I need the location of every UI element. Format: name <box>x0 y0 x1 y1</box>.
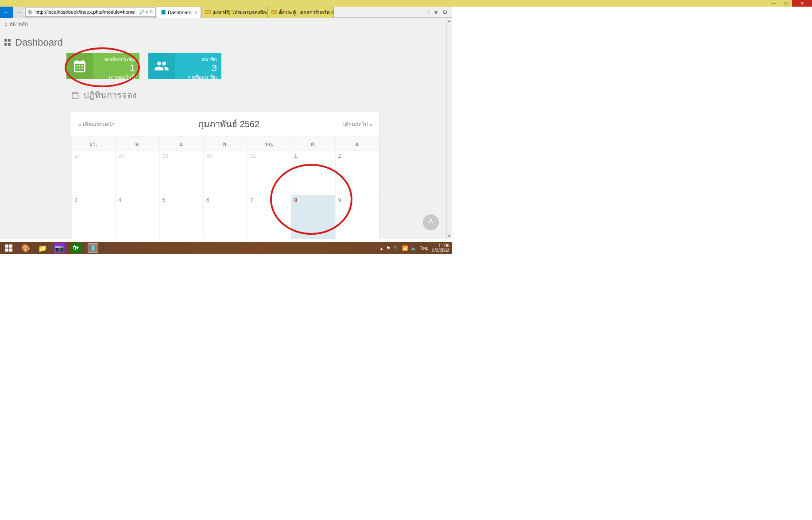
calendar-day-cell[interactable]: 3 <box>72 195 116 240</box>
calendar-day-cell[interactable]: 1 <box>291 151 335 195</box>
taskbar-camera[interactable]: 📷 <box>54 243 65 253</box>
taskbar-file-explorer[interactable]: 📁 <box>37 243 48 253</box>
tools-icon[interactable]: ⚙ <box>442 9 448 16</box>
tab-strip: 📘 Dashboard × wsr [แจกฟรี] โปรแกรมจองห้อ… <box>157 7 422 18</box>
taskbar-app-1[interactable]: 🎨 <box>20 243 31 253</box>
tab-3[interactable]: wsr ตั้งกระทู้ - ดอสการ์บอร์ด สำหรับติดต… <box>267 7 334 18</box>
svg-rect-3 <box>9 248 12 252</box>
calendar-day-cell[interactable]: 7 <box>247 195 291 240</box>
dow-header: ศ. <box>291 137 335 151</box>
calendar-day-cell[interactable]: 29 <box>159 151 203 195</box>
tray-volume-icon[interactable]: 🔈 <box>411 245 417 251</box>
svg-rect-0 <box>5 244 8 248</box>
tile-count: 3 <box>179 63 217 73</box>
scroll-up-arrow-icon[interactable]: ▲ <box>446 18 452 24</box>
taskbar: 🎨 📁 📷 🛍 ▴ ⚑ 🔌 📶 🔈 ไทย 11:06 8/2/2562 <box>0 242 452 254</box>
page-title: Dashboard <box>0 30 446 53</box>
dow-header: อ. <box>159 137 203 151</box>
breadcrumb-text: หน้าหลัก <box>9 20 28 28</box>
tray-power-icon[interactable]: 🔌 <box>393 245 399 251</box>
calendar-month-label: กุมภาพันธ์ 2562 <box>198 117 259 131</box>
home-icon[interactable]: ⌂ <box>426 9 430 16</box>
window-titlebar: — ▢ ✕ <box>0 0 812 7</box>
show-hidden-icons-icon[interactable]: ▴ <box>380 246 383 251</box>
dow-header: ส. <box>335 137 379 151</box>
svg-rect-2 <box>5 248 8 252</box>
dow-header: จ. <box>116 137 159 151</box>
address-bar[interactable]: 🐘 http://localhost/book/index.php#module… <box>25 7 156 17</box>
tile-count: 1 <box>97 63 135 73</box>
taskbar-store[interactable]: 🛍 <box>71 243 81 253</box>
calendar-next-button[interactable]: เดือนถัดไป » <box>343 120 372 128</box>
browser-toolbar: ← → 🐘 http://localhost/book/index.php#mo… <box>0 7 452 18</box>
breadcrumb[interactable]: ⌂ หน้าหลัก <box>0 18 446 30</box>
forward-button[interactable]: → <box>13 7 24 18</box>
calendar-day-cell[interactable]: 28 <box>116 151 159 195</box>
svg-rect-1 <box>9 244 12 248</box>
calendar-icon <box>71 91 80 100</box>
scroll-down-arrow-icon[interactable]: ▼ <box>446 233 452 239</box>
users-icon <box>148 53 175 79</box>
taskbar-ie[interactable] <box>88 243 98 253</box>
tab-title: ตั้งกระทู้ - ดอสการ์บอร์ด สำหรับติดต่อ..… <box>279 8 334 16</box>
tab-favicon-icon: 📘 <box>161 10 166 15</box>
calendar-day-cell[interactable]: 4 <box>116 195 159 240</box>
back-button[interactable]: ← <box>0 7 13 18</box>
calendar-widget: « เดือนก่อนหน้า กุมภาพันธ์ 2562 เดือนถัด… <box>71 111 380 239</box>
calendar-day-cell[interactable]: 5 <box>159 195 203 240</box>
calendar-day-cell[interactable]: 2 <box>335 151 379 195</box>
calendar-day-cell[interactable]: 9 <box>335 195 379 240</box>
tab-2[interactable]: wsr [แจกฟรี] โปรแกรมจองห้องประชุม อ... <box>201 7 267 18</box>
calendar-day-cell[interactable]: 31 <box>247 151 291 195</box>
tray-network-icon[interactable]: 📶 <box>402 245 408 251</box>
search-dropdown-icon[interactable]: 🔎 ▾ <box>139 10 148 15</box>
dow-header: อา. <box>72 137 116 151</box>
calendar-day-cell[interactable]: 8 <box>291 195 335 240</box>
page-viewport: ⌂ หน้าหลัก Dashboard จองห้องประชุม 1 การ… <box>0 18 452 239</box>
page-title-text: Dashboard <box>15 37 63 48</box>
tile-sublabel: การจองวันนี้ <box>97 73 135 81</box>
start-button[interactable] <box>4 243 14 253</box>
calendar-day-cell[interactable]: 6 <box>203 195 247 240</box>
calendar-icon <box>66 53 93 79</box>
window-close-button[interactable]: ✕ <box>792 0 812 7</box>
scroll-to-top-button[interactable]: ^ <box>423 214 439 230</box>
calendar-section-title: ปฏิทินการจอง <box>71 88 380 102</box>
url-text: http://localhost/book/index.php#module=h… <box>35 9 135 15</box>
tile-members[interactable]: สมาชิก 3 รายชื่อสมาชิก <box>148 53 221 79</box>
tab-title: [แจกฟรี] โปรแกรมจองห้องประชุม อ... <box>213 8 267 16</box>
home-icon: ⌂ <box>4 21 8 27</box>
clock-time: 11:06 <box>432 243 449 248</box>
vertical-scrollbar[interactable]: ▲ ▼ <box>446 18 452 239</box>
tab-favicon-icon: wsr <box>271 10 277 14</box>
dow-header: พ. <box>203 137 247 151</box>
window-minimize-button[interactable]: — <box>767 0 780 7</box>
calendar-title-text: ปฏิทินการจอง <box>83 88 137 102</box>
calendar-day-cell[interactable]: 27 <box>72 151 116 195</box>
tray-flag-icon[interactable]: ⚑ <box>386 245 391 251</box>
site-favicon-icon: 🐘 <box>27 9 34 15</box>
calendar-day-cell[interactable]: 30 <box>203 151 247 195</box>
tile-booking[interactable]: จองห้องประชุม 1 การจองวันนี้ <box>66 53 139 79</box>
calendar-prev-button[interactable]: « เดือนก่อนหน้า <box>78 120 115 128</box>
tab-dashboard[interactable]: 📘 Dashboard × <box>157 7 201 18</box>
dow-header: พฤ. <box>247 137 291 151</box>
window-maximize-button[interactable]: ▢ <box>780 0 792 7</box>
tab-close-icon[interactable]: × <box>194 10 197 15</box>
tile-sublabel: รายชื่อสมาชิก <box>179 73 217 81</box>
favorites-icon[interactable]: ★ <box>433 9 439 16</box>
clock-date: 8/2/2562 <box>432 248 449 253</box>
language-indicator[interactable]: ไทย <box>421 245 429 252</box>
tab-favicon-icon: wsr <box>205 10 211 14</box>
taskbar-clock[interactable]: 11:06 8/2/2562 <box>432 243 449 253</box>
calendar-grid: อา. จ. อ. พ. พฤ. ศ. ส. 27282930311234567… <box>71 136 379 239</box>
refresh-icon[interactable]: ↻ <box>150 9 154 15</box>
dashboard-icon <box>4 39 12 46</box>
tab-title: Dashboard <box>168 10 192 15</box>
